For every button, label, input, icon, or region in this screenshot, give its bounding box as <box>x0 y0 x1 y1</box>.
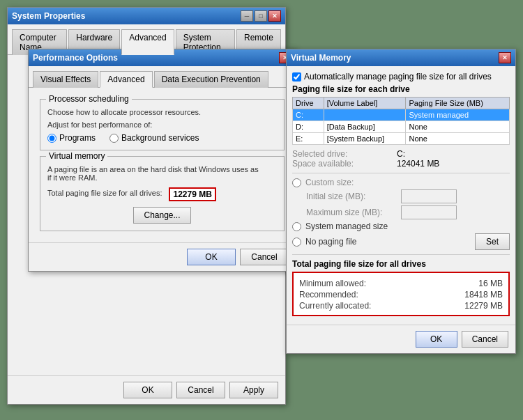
system-managed-radio[interactable] <box>292 222 301 231</box>
vm-close-button[interactable]: ✕ <box>499 52 511 63</box>
maximize-button[interactable]: □ <box>255 10 267 22</box>
change-button[interactable]: Change... <box>133 207 190 224</box>
virtual-memory-group: Virtual memory A paging file is an area … <box>40 156 285 231</box>
drive-table: Drive [Volume Label] Paging File Size (M… <box>292 97 510 145</box>
total-paging-value: 12279 MB <box>169 187 215 201</box>
space-avail-value: 124041 MB <box>397 159 439 169</box>
performance-options-title: Performance Options <box>33 53 118 63</box>
perf-cancel-button[interactable]: Cancel <box>240 249 289 265</box>
processor-desc: Choose how to allocate processor resourc… <box>47 108 277 116</box>
recommended-label: Recommended: <box>299 290 358 300</box>
selected-drive-values: C: 124041 MB <box>397 149 439 169</box>
sys-props-cancel-button[interactable]: Cancel <box>176 382 225 398</box>
separator-1 <box>292 173 510 173</box>
initial-size-row: Initial size (MB): <box>306 189 510 203</box>
paging-file-section-title: Paging file size for each drive <box>292 84 510 94</box>
currently-allocated-row: Currently allocated: 12279 MB <box>299 301 503 311</box>
separator-2 <box>292 254 510 255</box>
tab-advanced[interactable]: Advanced <box>121 29 174 55</box>
no-paging-radio[interactable] <box>292 238 301 247</box>
vm-content: Automatically manage paging file size fo… <box>287 66 515 325</box>
currently-allocated-label: Currently allocated: <box>299 301 371 311</box>
vm-bottom-buttons: OK Cancel <box>287 325 515 353</box>
drive-c: C: <box>293 109 324 121</box>
custom-size-radio[interactable] <box>292 178 301 187</box>
system-properties-title: System Properties <box>12 11 85 21</box>
perf-ok-button[interactable]: OK <box>187 249 236 265</box>
drive-col-header: Drive <box>293 98 324 109</box>
size-c: System managed <box>406 109 510 121</box>
perf-opts-tab-strip: Visual Effects Advanced Data Execution P… <box>29 66 296 88</box>
virtual-memory-window-title: Virtual Memory <box>291 53 351 63</box>
max-size-input[interactable] <box>401 205 457 219</box>
size-e: None <box>406 133 510 145</box>
system-managed-row: System managed size <box>292 221 510 231</box>
sys-props-apply-button[interactable]: Apply <box>229 382 278 398</box>
min-allowed-row: Minimum allowed: 16 MB <box>299 279 503 288</box>
max-size-row: Maximum size (MB): <box>306 205 510 219</box>
no-paging-label: No paging file <box>305 237 396 247</box>
table-row[interactable]: E: [System Backup] None <box>293 133 510 145</box>
system-managed-label: System managed size <box>305 221 396 231</box>
size-d: None <box>406 121 510 133</box>
label-c <box>324 109 406 121</box>
total-paging-label: Total paging file size for all drives: <box>47 189 162 197</box>
processor-scheduling-title: Processor scheduling <box>46 94 132 104</box>
programs-radio-item: Programs <box>47 133 96 143</box>
virtual-memory-title: Virtual memory <box>46 151 107 161</box>
system-properties-title-bar: System Properties ─ □ ✕ <box>8 8 285 24</box>
label-e: [System Backup] <box>324 133 406 145</box>
selected-drive-info: Selected drive: Space available: C: 1240… <box>292 149 510 169</box>
drive-e: E: <box>293 133 324 145</box>
system-properties-bottom-buttons: OK Cancel Apply <box>8 375 285 404</box>
selected-drive-label: Selected drive: <box>292 149 383 159</box>
virtual-memory-window: Virtual Memory ✕ Automatically manage pa… <box>286 49 516 354</box>
vm-title-bar-buttons: ✕ <box>499 52 511 63</box>
vm-cancel-button[interactable]: Cancel <box>462 331 508 348</box>
minimize-button[interactable]: ─ <box>241 10 253 22</box>
min-allowed-value: 16 MB <box>478 279 503 288</box>
no-paging-row: No paging file Set <box>292 233 510 250</box>
selected-drive-value: C: <box>397 149 439 159</box>
perf-opts-content: Processor scheduling Choose how to alloc… <box>29 88 296 242</box>
auto-manage-checkbox[interactable] <box>292 72 301 81</box>
tab-perf-advanced[interactable]: Advanced <box>100 71 152 88</box>
processor-scheduling-group: Processor scheduling Choose how to alloc… <box>40 99 285 150</box>
tab-visual-effects[interactable]: Visual Effects <box>33 71 98 88</box>
programs-label: Programs <box>59 133 96 143</box>
initial-size-input[interactable] <box>401 189 457 203</box>
total-summary-box: Minimum allowed: 16 MB Recommended: 1841… <box>292 272 510 316</box>
background-radio-item: Background services <box>109 133 199 143</box>
paging-size-col-header: Paging File Size (MB) <box>406 98 510 109</box>
sys-props-ok-button[interactable]: OK <box>123 382 172 398</box>
table-row[interactable]: D: [Data Backup] None <box>293 121 510 133</box>
total-section-title: Total paging file size for all drives <box>292 259 510 269</box>
title-bar-buttons: ─ □ ✕ <box>241 10 281 22</box>
selected-drive-col: Selected drive: Space available: <box>292 149 383 169</box>
vm-ok-button[interactable]: OK <box>416 331 457 348</box>
virtual-memory-desc: A paging file is an area on the hard dis… <box>47 165 277 182</box>
label-d: [Data Backup] <box>324 121 406 133</box>
adjust-label: Adjust for best performance of: <box>47 120 277 129</box>
drive-d: D: <box>293 121 324 133</box>
auto-manage-label: Automatically manage paging file size fo… <box>304 72 492 81</box>
tab-data-execution[interactable]: Data Execution Prevention <box>154 71 268 88</box>
space-avail-label: Space available: <box>292 159 383 169</box>
background-label: Background services <box>121 133 199 143</box>
background-radio[interactable] <box>109 134 119 143</box>
custom-size-row: Custom size: <box>292 178 510 187</box>
volume-col-header: [Volume Label] <box>324 98 406 109</box>
min-allowed-label: Minimum allowed: <box>299 279 366 288</box>
performance-options-window: Performance Options ✕ Visual Effects Adv… <box>28 49 296 272</box>
virtual-memory-title-bar: Virtual Memory ✕ <box>287 49 515 66</box>
set-button[interactable]: Set <box>475 233 510 250</box>
custom-size-label: Custom size: <box>305 178 396 187</box>
table-row[interactable]: C: System managed <box>293 109 510 121</box>
max-size-label: Maximum size (MB): <box>306 208 397 217</box>
currently-allocated-value: 12279 MB <box>464 301 503 311</box>
programs-radio[interactable] <box>47 134 56 143</box>
recommended-row: Recommended: 18418 MB <box>299 290 503 300</box>
close-button[interactable]: ✕ <box>268 10 281 22</box>
recommended-value: 18418 MB <box>464 290 503 300</box>
auto-manage-row: Automatically manage paging file size fo… <box>292 72 510 81</box>
